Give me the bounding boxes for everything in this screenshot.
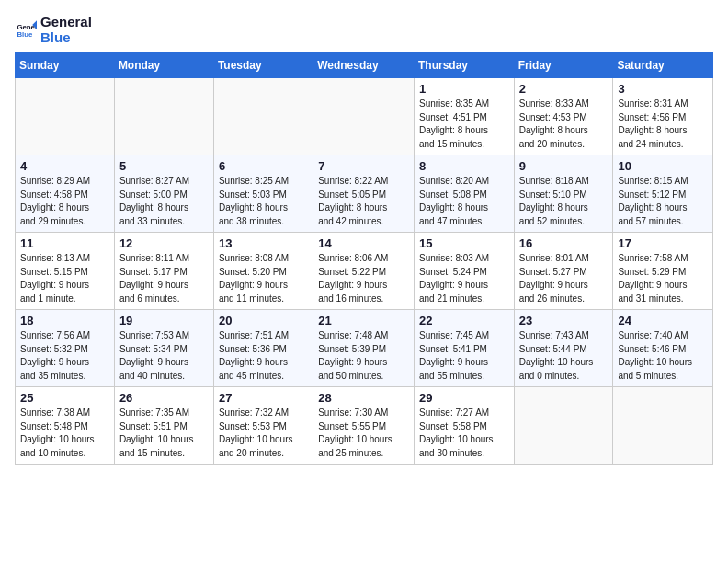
calendar-day-cell: 17Sunrise: 7:58 AM Sunset: 5:29 PM Dayli… [613, 233, 713, 310]
weekday-header: Thursday [414, 53, 514, 78]
day-number: 5 [119, 159, 209, 173]
page-header: General Blue General Blue [15, 15, 713, 45]
calendar-day-cell: 26Sunrise: 7:35 AM Sunset: 5:51 PM Dayli… [114, 387, 213, 465]
calendar-day-cell: 6Sunrise: 8:25 AM Sunset: 5:03 PM Daylig… [213, 155, 313, 233]
day-number: 17 [618, 236, 708, 250]
calendar-header: SundayMondayTuesdayWednesdayThursdayFrid… [16, 53, 713, 78]
calendar-day-cell: 3Sunrise: 8:31 AM Sunset: 4:56 PM Daylig… [613, 78, 713, 155]
day-info: Sunrise: 8:01 AM Sunset: 5:27 PM Dayligh… [519, 252, 609, 305]
calendar-day-cell: 7Sunrise: 8:22 AM Sunset: 5:05 PM Daylig… [313, 155, 415, 233]
day-info: Sunrise: 8:06 AM Sunset: 5:22 PM Dayligh… [318, 252, 409, 305]
day-info: Sunrise: 7:58 AM Sunset: 5:29 PM Dayligh… [618, 252, 708, 305]
calendar-day-cell: 28Sunrise: 7:30 AM Sunset: 5:55 PM Dayli… [313, 387, 415, 465]
day-info: Sunrise: 8:29 AM Sunset: 4:58 PM Dayligh… [20, 175, 109, 228]
day-number: 19 [119, 314, 209, 327]
header-row: SundayMondayTuesdayWednesdayThursdayFrid… [16, 53, 713, 78]
day-number: 2 [519, 82, 609, 96]
calendar-day-cell [16, 78, 115, 155]
calendar-day-cell: 24Sunrise: 7:40 AM Sunset: 5:46 PM Dayli… [613, 310, 713, 387]
day-number: 15 [419, 236, 509, 250]
day-info: Sunrise: 8:33 AM Sunset: 4:53 PM Dayligh… [519, 98, 609, 151]
calendar-week-row: 18Sunrise: 7:56 AM Sunset: 5:32 PM Dayli… [16, 310, 713, 387]
day-info: Sunrise: 7:35 AM Sunset: 5:51 PM Dayligh… [119, 407, 209, 460]
calendar-day-cell: 22Sunrise: 7:45 AM Sunset: 5:41 PM Dayli… [414, 310, 514, 387]
day-number: 22 [419, 314, 509, 327]
calendar-day-cell: 13Sunrise: 8:08 AM Sunset: 5:20 PM Dayli… [213, 233, 313, 310]
day-info: Sunrise: 7:53 AM Sunset: 5:34 PM Dayligh… [119, 329, 209, 383]
day-number: 4 [20, 159, 109, 173]
day-info: Sunrise: 8:25 AM Sunset: 5:03 PM Dayligh… [219, 175, 308, 228]
calendar-table: SundayMondayTuesdayWednesdayThursdayFrid… [15, 52, 713, 465]
day-number: 13 [219, 236, 308, 250]
day-info: Sunrise: 7:30 AM Sunset: 5:55 PM Dayligh… [318, 407, 409, 460]
calendar-day-cell: 15Sunrise: 8:03 AM Sunset: 5:24 PM Dayli… [414, 233, 514, 310]
calendar-day-cell [313, 78, 415, 155]
calendar-day-cell [114, 78, 213, 155]
day-info: Sunrise: 8:22 AM Sunset: 5:05 PM Dayligh… [318, 175, 409, 228]
day-info: Sunrise: 8:03 AM Sunset: 5:24 PM Dayligh… [419, 252, 509, 305]
day-number: 6 [219, 159, 308, 173]
calendar-day-cell: 25Sunrise: 7:38 AM Sunset: 5:48 PM Dayli… [16, 387, 115, 465]
logo-icon: General Blue [15, 19, 37, 41]
day-number: 16 [519, 236, 609, 250]
calendar-day-cell: 19Sunrise: 7:53 AM Sunset: 5:34 PM Dayli… [114, 310, 213, 387]
day-number: 26 [119, 391, 209, 405]
day-number: 14 [318, 236, 409, 250]
calendar-week-row: 11Sunrise: 8:13 AM Sunset: 5:15 PM Dayli… [16, 233, 713, 310]
weekday-header: Friday [514, 53, 613, 78]
calendar-body: 1Sunrise: 8:35 AM Sunset: 4:51 PM Daylig… [16, 78, 713, 465]
calendar-day-cell [613, 387, 713, 465]
day-info: Sunrise: 8:18 AM Sunset: 5:10 PM Dayligh… [519, 175, 609, 228]
calendar-day-cell: 20Sunrise: 7:51 AM Sunset: 5:36 PM Dayli… [213, 310, 313, 387]
day-number: 7 [318, 159, 409, 173]
logo: General Blue General Blue [15, 15, 92, 45]
day-number: 12 [119, 236, 209, 250]
day-number: 18 [20, 314, 109, 327]
day-number: 28 [318, 391, 409, 405]
calendar-day-cell: 10Sunrise: 8:15 AM Sunset: 5:12 PM Dayli… [613, 155, 713, 233]
day-info: Sunrise: 8:27 AM Sunset: 5:00 PM Dayligh… [119, 175, 209, 228]
calendar-week-row: 25Sunrise: 7:38 AM Sunset: 5:48 PM Dayli… [16, 387, 713, 465]
day-info: Sunrise: 8:35 AM Sunset: 4:51 PM Dayligh… [419, 98, 509, 151]
calendar-day-cell: 9Sunrise: 8:18 AM Sunset: 5:10 PM Daylig… [514, 155, 613, 233]
day-info: Sunrise: 7:40 AM Sunset: 5:46 PM Dayligh… [618, 329, 708, 383]
weekday-header: Saturday [613, 53, 713, 78]
calendar-day-cell: 18Sunrise: 7:56 AM Sunset: 5:32 PM Dayli… [16, 310, 115, 387]
day-info: Sunrise: 8:13 AM Sunset: 5:15 PM Dayligh… [20, 252, 109, 305]
day-number: 24 [618, 314, 708, 327]
day-number: 9 [519, 159, 609, 173]
calendar-day-cell: 12Sunrise: 8:11 AM Sunset: 5:17 PM Dayli… [114, 233, 213, 310]
calendar-day-cell [514, 387, 613, 465]
day-info: Sunrise: 7:48 AM Sunset: 5:39 PM Dayligh… [318, 329, 409, 383]
weekday-header: Wednesday [313, 53, 415, 78]
day-number: 3 [618, 82, 708, 96]
day-number: 25 [20, 391, 109, 405]
day-number: 1 [419, 82, 509, 96]
calendar-day-cell: 1Sunrise: 8:35 AM Sunset: 4:51 PM Daylig… [414, 78, 514, 155]
calendar-day-cell: 27Sunrise: 7:32 AM Sunset: 5:53 PM Dayli… [213, 387, 313, 465]
day-number: 23 [519, 314, 609, 327]
day-info: Sunrise: 7:56 AM Sunset: 5:32 PM Dayligh… [20, 329, 109, 383]
day-info: Sunrise: 7:43 AM Sunset: 5:44 PM Dayligh… [519, 329, 609, 383]
svg-text:Blue: Blue [17, 30, 33, 39]
day-info: Sunrise: 8:20 AM Sunset: 5:08 PM Dayligh… [419, 175, 509, 228]
calendar-day-cell: 8Sunrise: 8:20 AM Sunset: 5:08 PM Daylig… [414, 155, 514, 233]
day-info: Sunrise: 7:51 AM Sunset: 5:36 PM Dayligh… [219, 329, 308, 383]
day-number: 27 [219, 391, 308, 405]
calendar-day-cell [213, 78, 313, 155]
day-info: Sunrise: 8:31 AM Sunset: 4:56 PM Dayligh… [618, 98, 708, 151]
day-number: 20 [219, 314, 308, 327]
day-info: Sunrise: 8:15 AM Sunset: 5:12 PM Dayligh… [618, 175, 708, 228]
day-number: 11 [20, 236, 109, 250]
weekday-header: Monday [114, 53, 213, 78]
calendar-week-row: 1Sunrise: 8:35 AM Sunset: 4:51 PM Daylig… [16, 78, 713, 155]
day-number: 29 [419, 391, 509, 405]
calendar-week-row: 4Sunrise: 8:29 AM Sunset: 4:58 PM Daylig… [16, 155, 713, 233]
day-number: 21 [318, 314, 409, 327]
logo-name: General Blue [40, 15, 92, 45]
day-number: 10 [618, 159, 708, 173]
calendar-day-cell: 4Sunrise: 8:29 AM Sunset: 4:58 PM Daylig… [16, 155, 115, 233]
weekday-header: Sunday [16, 53, 115, 78]
calendar-day-cell: 29Sunrise: 7:27 AM Sunset: 5:58 PM Dayli… [414, 387, 514, 465]
day-info: Sunrise: 7:27 AM Sunset: 5:58 PM Dayligh… [419, 407, 509, 460]
